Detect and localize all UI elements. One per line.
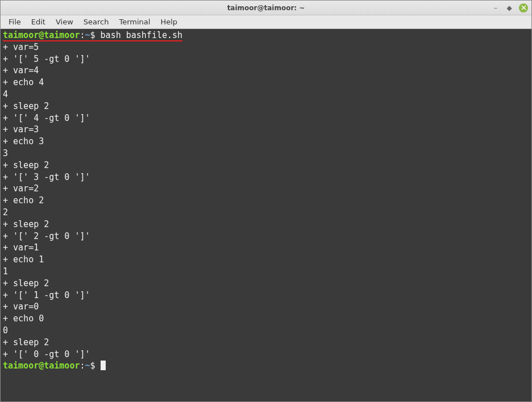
terminal-output-line: + var=4 [3, 65, 529, 77]
terminal-output-line: + echo 0 [3, 313, 529, 325]
terminal-output-line: 2 [3, 207, 529, 219]
terminal-output-line: + var=5 [3, 41, 529, 53]
prompt-symbol: $ [90, 30, 101, 40]
window-title: taimoor@taimoor: ~ [227, 4, 305, 12]
terminal-cursor [101, 361, 106, 370]
minimize-button[interactable]: – [492, 4, 500, 12]
terminal-output-line: + echo 3 [3, 136, 529, 148]
terminal-area[interactable]: taimoor@taimoor:~$ bash bashfile.sh+ var… [1, 29, 531, 401]
terminal-output-line: + '[' 0 -gt 0 ']' [3, 349, 529, 361]
entered-command: bash bashfile.sh [101, 30, 183, 40]
terminal-output-line: + var=1 [3, 242, 529, 254]
terminal-output-line: + sleep 2 [3, 160, 529, 171]
menu-edit[interactable]: Edit [27, 16, 50, 27]
menu-view[interactable]: View [51, 16, 78, 27]
menu-file[interactable]: File [4, 16, 26, 27]
prompt-path: ~ [85, 30, 90, 40]
terminal-output-line: + '[' 3 -gt 0 ']' [3, 171, 529, 183]
terminal-output-line: + '[' 2 -gt 0 ']' [3, 231, 529, 242]
prompt-separator: : [80, 361, 85, 371]
terminal-output-line: + '[' 5 -gt 0 ']' [3, 53, 529, 65]
terminal-output-line: 3 [3, 148, 529, 160]
prompt-user-host: taimoor@taimoor [3, 30, 80, 40]
close-button[interactable] [519, 3, 528, 12]
terminal-output-line: + var=2 [3, 183, 529, 195]
prompt-user-host: taimoor@taimoor [3, 361, 80, 371]
terminal-output-line: 4 [3, 89, 529, 101]
terminal-output-line: + sleep 2 [3, 278, 529, 290]
terminal-output-line: + var=3 [3, 124, 529, 136]
titlebar: taimoor@taimoor: ~ – ◆ [1, 1, 531, 15]
terminal-output-line: + '[' 1 -gt 0 ']' [3, 290, 529, 302]
terminal-line: taimoor@taimoor:~$ bash bashfile.sh [3, 30, 529, 41]
terminal-output-line: + sleep 2 [3, 219, 529, 231]
terminal-output-line: + echo 4 [3, 77, 529, 89]
prompt-path: ~ [85, 361, 90, 371]
terminal-output-line: + '[' 4 -gt 0 ']' [3, 112, 529, 124]
menu-terminal[interactable]: Terminal [114, 16, 155, 27]
prompt-separator: : [80, 30, 85, 40]
terminal-output-line: + echo 1 [3, 254, 529, 266]
terminal-output-line: + var=0 [3, 301, 529, 313]
terminal-output-line: + echo 2 [3, 195, 529, 207]
terminal-output-line: 1 [3, 266, 529, 278]
terminal-output-line: + sleep 2 [3, 101, 529, 112]
maximize-button[interactable]: ◆ [505, 4, 513, 12]
terminal-output-line: 0 [3, 325, 529, 337]
menu-search[interactable]: Search [79, 16, 114, 27]
menu-help[interactable]: Help [156, 16, 182, 27]
window-controls: – ◆ [492, 3, 528, 12]
prompt-symbol: $ [90, 361, 101, 371]
terminal-output-line: + sleep 2 [3, 337, 529, 349]
menubar: File Edit View Search Terminal Help [1, 15, 531, 29]
terminal-line: taimoor@taimoor:~$ [3, 360, 529, 372]
